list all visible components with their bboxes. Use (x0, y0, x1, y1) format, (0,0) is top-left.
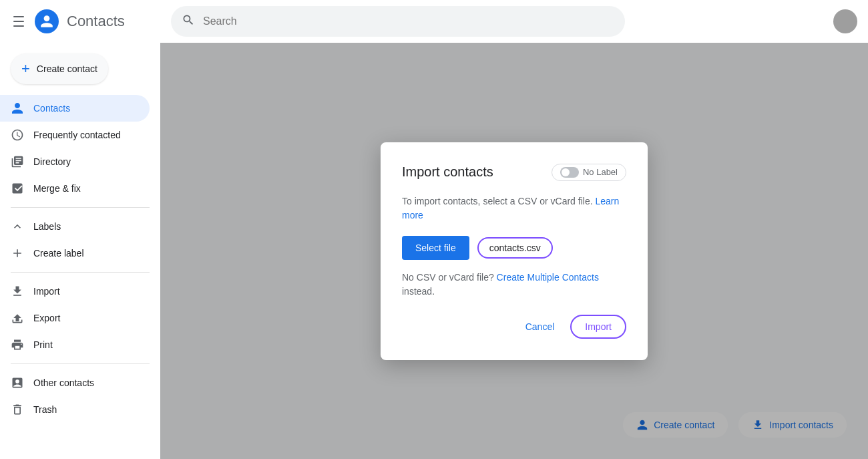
other-contacts-icon (11, 376, 24, 390)
labels-header[interactable]: Labels (0, 213, 160, 240)
header-left: Contacts (11, 9, 171, 33)
modal-actions: Cancel Import (402, 315, 626, 339)
modal-title: Import contacts (402, 164, 493, 180)
divider-2 (11, 272, 150, 273)
trash-icon (11, 403, 24, 416)
user-avatar[interactable] (833, 9, 857, 33)
modal-alt-text: No CSV or vCard file? Create Multiple Co… (402, 271, 626, 299)
sidebar-item-print[interactable]: Print (0, 331, 150, 358)
import-label: Import (33, 286, 60, 297)
cancel-button[interactable]: Cancel (515, 315, 566, 339)
sidebar-item-directory[interactable]: Directory (0, 148, 150, 175)
contacts-icon (11, 102, 24, 115)
divider-3 (11, 363, 150, 364)
sidebar-item-contacts[interactable]: Contacts (0, 95, 150, 122)
import-button[interactable]: Import (570, 315, 626, 339)
file-name-badge: contacts.csv (477, 237, 553, 259)
sidebar-item-other-contacts[interactable]: Other contacts (0, 369, 150, 396)
modal-header: Import contacts No Label (402, 164, 626, 181)
layout: + Create contact Contacts Frequently con… (0, 43, 868, 459)
app-avatar (35, 9, 59, 33)
contacts-label: Contacts (33, 103, 70, 114)
import-icon (11, 285, 24, 298)
export-label: Export (33, 313, 60, 323)
sidebar: + Create contact Contacts Frequently con… (0, 43, 160, 459)
search-bar[interactable] (171, 6, 625, 37)
header: Contacts (0, 0, 868, 43)
create-label-icon (11, 247, 24, 260)
hamburger-icon[interactable] (11, 13, 27, 29)
directory-icon (11, 155, 24, 168)
directory-label: Directory (33, 156, 71, 167)
trash-label: Trash (33, 404, 57, 415)
modal-backdrop: Import contacts No Label To import conta… (160, 43, 868, 459)
labels-section-label: Labels (33, 221, 61, 232)
import-modal: Import contacts No Label To import conta… (381, 142, 648, 360)
sidebar-item-trash[interactable]: Trash (0, 396, 150, 423)
sidebar-item-import[interactable]: Import (0, 278, 150, 305)
sidebar-item-create-label[interactable]: Create label (0, 240, 150, 267)
labels-chevron-icon (11, 220, 24, 233)
frequently-contacted-icon (11, 128, 24, 142)
search-input[interactable] (203, 15, 614, 27)
alt-text-prefix: No CSV or vCard file? (402, 272, 494, 283)
modal-description: To import contacts, select a CSV or vCar… (402, 194, 626, 222)
create-label-label: Create label (33, 248, 84, 259)
create-contact-label: Create contact (37, 63, 97, 74)
merge-fix-label: Merge & fix (33, 183, 81, 194)
divider-1 (11, 207, 150, 208)
modal-desc-text: To import contacts, select a CSV or vCar… (402, 196, 593, 206)
sidebar-item-export[interactable]: Export (0, 305, 150, 331)
select-file-button[interactable]: Select file (402, 236, 469, 260)
modal-file-row: Select file contacts.csv (402, 236, 626, 260)
print-label: Print (33, 339, 53, 350)
sidebar-item-merge-fix[interactable]: Merge & fix (0, 175, 150, 202)
plus-icon: + (21, 60, 30, 78)
export-icon (11, 311, 24, 325)
no-label-text: No Label (583, 167, 618, 177)
sidebar-item-frequently-contacted[interactable]: Frequently contacted (0, 122, 150, 148)
frequently-contacted-label: Frequently contacted (33, 130, 121, 140)
no-label-toggle[interactable]: No Label (552, 164, 626, 181)
alt-text-suffix: instead. (402, 286, 435, 297)
merge-fix-icon (11, 182, 24, 195)
create-contact-button[interactable]: + Create contact (11, 53, 108, 84)
create-multiple-contacts-link[interactable]: Create Multiple Contacts (497, 272, 599, 283)
search-icon (182, 13, 195, 30)
main-content: Create contact Import contacts Import co… (160, 43, 868, 459)
toggle-icon (560, 167, 579, 178)
other-contacts-label: Other contacts (33, 377, 94, 388)
app-title: Contacts (67, 13, 125, 30)
print-icon (11, 338, 24, 351)
